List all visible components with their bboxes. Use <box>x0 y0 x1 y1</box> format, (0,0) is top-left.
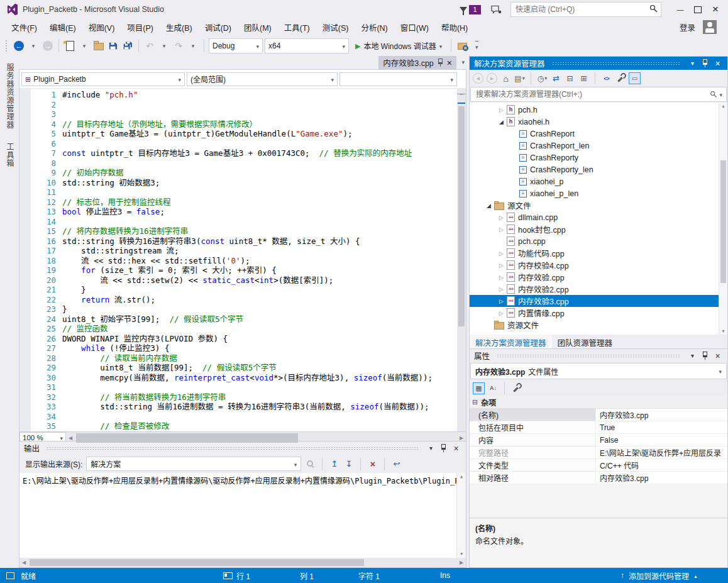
solution-explorer-header[interactable]: 解决方案资源管理器 <box>470 57 727 70</box>
expander-icon[interactable] <box>497 250 505 257</box>
navigate-back-button[interactable] <box>13 39 25 53</box>
scrollbar-thumb[interactable] <box>720 160 726 283</box>
close-icon[interactable] <box>712 350 723 361</box>
tree-item[interactable]: 源文件 <box>470 199 727 211</box>
property-category[interactable]: 杂项 <box>470 396 727 409</box>
tree-item[interactable]: CrashReport_len <box>470 140 727 152</box>
output-horizontal-scrollbar[interactable]: ◀ ▶ <box>19 558 466 567</box>
scroll-down-icon[interactable]: ▼ <box>719 329 727 333</box>
code-line[interactable]: 8 <box>31 158 457 169</box>
code-line[interactable]: 25// 监控函数 <box>31 324 457 334</box>
property-row[interactable]: 完整路径E:\网站上架\驱动反作弊+应用层反录 <box>470 447 727 459</box>
menu-item[interactable]: 项目(P) <box>121 19 160 36</box>
member-dropdown[interactable] <box>339 72 457 86</box>
expander-icon[interactable] <box>497 214 505 221</box>
property-row[interactable]: 内容False <box>470 434 727 447</box>
code-line[interactable]: 6 <box>31 139 457 149</box>
tree-item[interactable]: 内存效验2.cpp <box>470 283 727 295</box>
menu-item[interactable]: 调试(D) <box>199 19 238 36</box>
scroll-down-icon[interactable]: ▼ <box>457 552 466 557</box>
add-to-source-control-button[interactable]: 添加到源代码管理 <box>620 568 698 583</box>
menu-item[interactable]: 文件(F) <box>5 19 43 36</box>
code-line[interactable]: 30 memcpy(当前数据, reinterpret_cast<void*>(… <box>31 373 457 383</box>
navigate-back-dropdown[interactable] <box>27 39 40 53</box>
menu-item[interactable]: 帮助(H) <box>435 19 474 36</box>
code-line[interactable]: 13bool 停止监控3 = false; <box>31 207 457 217</box>
code-line[interactable]: 29 uint8_t 当前数据[99]; // 假设读取5个字节 <box>31 363 457 373</box>
tree-item[interactable]: xiaohei_p <box>470 175 727 187</box>
close-window-button[interactable] <box>707 3 724 16</box>
feedback-button[interactable] <box>491 5 502 14</box>
undo-button[interactable] <box>143 39 156 53</box>
code-line[interactable]: 16std::string 转换为16进制字符串3(const uint8_t*… <box>31 236 457 247</box>
wrench-icon[interactable] <box>510 383 521 394</box>
expander-icon[interactable] <box>497 286 505 292</box>
scroll-up-icon[interactable]: ▲ <box>457 474 466 479</box>
code-line[interactable]: 4// 目标内存地址（示例地址，需要根据实际情况修改） <box>31 119 457 130</box>
pin-icon[interactable] <box>441 444 446 452</box>
code-line[interactable]: 1#include "pch.h" <box>31 90 457 100</box>
collapse-all-icon[interactable] <box>565 73 575 84</box>
property-value[interactable]: 内存效验3.cpp <box>596 409 727 421</box>
minimize-button[interactable] <box>671 3 689 16</box>
tree-item[interactable]: pch.h <box>470 104 727 116</box>
code-line[interactable]: 11 <box>31 187 457 197</box>
user-avatar[interactable] <box>703 20 717 34</box>
code-line[interactable]: 18 流 << std::hex << std::setfill('0'); <box>31 256 457 266</box>
toolbox-tab[interactable]: 工具箱 <box>4 139 15 171</box>
scrollbar-thumb[interactable] <box>76 433 298 443</box>
menu-item[interactable]: 窗口(W) <box>394 19 435 36</box>
code-line[interactable]: 26DWORD WINAPI 监控内存3(LPVOID 参数) { <box>31 334 457 344</box>
switch-views-icon[interactable] <box>514 73 525 84</box>
toolbar-overflow-button[interactable] <box>470 39 483 53</box>
tree-item[interactable]: CrashReporty <box>470 152 727 164</box>
code-line[interactable]: 31 <box>31 382 457 392</box>
editor-horizontal-scrollbar[interactable]: ◀ ▶ <box>66 432 466 444</box>
scrollbar-thumb[interactable] <box>30 559 364 566</box>
tree-item[interactable]: xiaohei.h <box>470 116 727 128</box>
expander-icon[interactable] <box>497 119 505 125</box>
quick-launch-input[interactable] <box>514 4 649 14</box>
menu-item[interactable]: 测试(S) <box>316 19 355 36</box>
code-line[interactable]: 35 // 检查是否被修改 <box>31 421 457 431</box>
property-value[interactable]: False <box>596 434 727 446</box>
scroll-right-icon[interactable]: ▶ <box>457 435 466 441</box>
property-value[interactable]: C/C++ 代码 <box>596 459 727 471</box>
tree-item[interactable]: 内存校验4.cpp <box>470 259 727 271</box>
property-row[interactable]: 文件类型C/C++ 代码 <box>470 459 727 472</box>
code-line[interactable]: 2 <box>31 100 457 110</box>
redo-dropdown[interactable] <box>187 39 199 53</box>
tree-item[interactable]: xiaohei_p_len <box>470 187 727 199</box>
code-line[interactable]: 27 while (!停止监控3) { <box>31 343 457 353</box>
clear-all-icon[interactable] <box>367 458 378 469</box>
word-wrap-icon[interactable] <box>391 458 402 469</box>
forward-icon[interactable] <box>487 73 497 84</box>
document-tab[interactable]: 内存效验3.cpp <box>378 56 456 69</box>
code-line[interactable]: 23} <box>31 304 457 314</box>
tree-item[interactable]: 内存效验3.cpp <box>470 295 727 307</box>
tab-solution-explorer[interactable]: 解决方案资源管理器 <box>470 335 552 348</box>
chevron-down-icon[interactable] <box>719 90 722 99</box>
pin-icon[interactable] <box>438 58 443 67</box>
notifications-button[interactable]: 1 <box>460 5 481 14</box>
close-icon[interactable] <box>451 443 461 453</box>
expander-icon[interactable] <box>497 310 505 316</box>
close-icon[interactable] <box>712 58 723 69</box>
code-line[interactable]: 34 <box>31 412 457 422</box>
code-line[interactable]: 19 for (size_t 索引 = 0; 索引 < 大小; ++索引) { <box>31 265 457 275</box>
pin-icon[interactable] <box>702 59 708 67</box>
alphabetical-icon[interactable] <box>488 383 499 394</box>
maximize-button[interactable] <box>689 3 707 16</box>
menu-item[interactable]: 分析(N) <box>355 19 394 36</box>
configuration-dropdown[interactable]: Debug <box>209 38 263 53</box>
scrollbar-thumb[interactable] <box>458 106 465 326</box>
code-line[interactable]: 20 流 << std::setw(2) << static_cast<int>… <box>31 275 457 286</box>
tree-item[interactable]: 内置情缘.cpp <box>470 307 727 319</box>
property-row[interactable]: (名称)内存效验3.cpp <box>470 409 727 421</box>
new-file-button[interactable] <box>63 39 76 53</box>
code-line[interactable]: 33 std::string 当前16进制数据 = 转换为16进制字符串3(当前… <box>31 402 457 412</box>
tree-item[interactable]: CrashReporty_len <box>470 164 727 175</box>
tree-item[interactable]: 功能代码.cpp <box>470 247 727 259</box>
expander-icon[interactable] <box>485 203 493 209</box>
menu-item[interactable]: 视图(V) <box>82 19 121 36</box>
